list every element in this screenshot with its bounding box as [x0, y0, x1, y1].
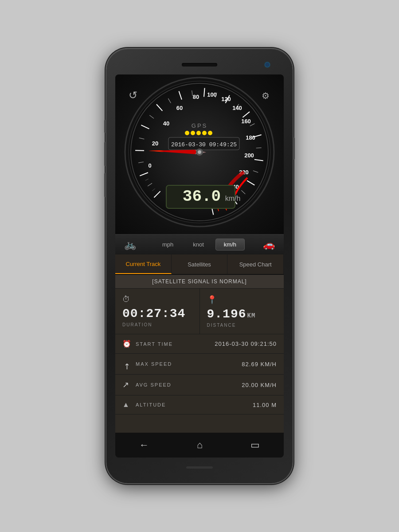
distance-stat: 📍 9.196KM DISTANCE — [200, 289, 284, 334]
duration-label: DURATION — [122, 322, 192, 327]
gps-label: GPS — [192, 122, 207, 129]
bike-icon: 🚲 — [124, 239, 136, 250]
phone-device: 0 20 40 60 80 100 120 140 160 180 200 22… — [106, 49, 293, 483]
svg-text:120: 120 — [221, 96, 231, 102]
volume-down-button[interactable] — [104, 173, 106, 197]
max-speed-icon: ↗ — [121, 356, 137, 372]
units-bar: 🚲 mph knot km/h 🚗 — [115, 234, 284, 254]
max-speed-row: ↗ MAX SPEED 82.69 KM/H — [115, 354, 284, 375]
distance-value: 9.196KM — [207, 307, 277, 321]
speed-unit-display: km/h — [225, 195, 241, 202]
phone-bottom-area — [186, 459, 213, 475]
settings-icon[interactable]: ⚙ — [262, 91, 270, 101]
phone-speaker — [182, 63, 217, 66]
tabs-bar: Current Track Satellites Speed Chart — [115, 254, 284, 275]
phone-screen: 0 20 40 60 80 100 120 140 160 180 200 22… — [115, 74, 284, 458]
altitude-value: 11.00 M — [253, 402, 277, 408]
duration-stat: ⏱ 00:27:34 DURATION — [115, 289, 200, 334]
home-button[interactable]: ⌂ — [197, 439, 203, 451]
svg-text:60: 60 — [176, 105, 183, 111]
svg-text:160: 160 — [241, 118, 251, 125]
svg-text:0: 0 — [148, 162, 151, 169]
altitude-icon: ▲ — [122, 401, 136, 409]
avg-speed-icon: ↗ — [122, 380, 136, 390]
max-speed-label: MAX SPEED — [136, 361, 242, 367]
svg-point-48 — [185, 131, 189, 135]
svg-point-52 — [208, 131, 212, 135]
distance-icon: 📍 — [207, 295, 277, 305]
volume-button-right[interactable] — [293, 137, 295, 160]
phone-camera — [265, 63, 270, 67]
home-indicator — [186, 466, 213, 469]
altitude-label: ALTITUDE — [136, 402, 253, 407]
start-time-row: ⏰ START TIME 2016-03-30 09:21:50 — [115, 334, 284, 354]
svg-line-5 — [135, 150, 144, 151]
svg-point-51 — [202, 131, 207, 135]
avg-speed-row: ↗ AVG SPEED 20.00 KM/H — [115, 375, 284, 395]
tab-satellites[interactable]: Satellites — [172, 254, 228, 274]
kmh-button[interactable]: km/h — [215, 239, 245, 250]
recent-apps-button[interactable]: ▭ — [250, 439, 260, 451]
stats-top-row: ⏱ 00:27:34 DURATION 📍 9.196KM DISTANCE — [115, 289, 284, 334]
satellite-status-banner: [SATELLITE SIGNAL IS NORMAL] — [115, 275, 284, 289]
start-time-icon: ⏰ — [122, 340, 136, 348]
tab-speed-chart[interactable]: Speed Chart — [227, 254, 284, 274]
knot-button[interactable]: knot — [185, 239, 212, 250]
distance-label: DISTANCE — [207, 323, 277, 328]
svg-text:200: 200 — [244, 152, 254, 159]
content-area: [SATELLITE SIGNAL IS NORMAL] ⏱ 00:27:34 … — [115, 275, 284, 433]
back-button[interactable]: ← — [139, 439, 149, 451]
duration-value: 00:27:34 — [122, 307, 192, 321]
mph-button[interactable]: mph — [154, 239, 181, 250]
refresh-icon[interactable]: ↺ — [129, 89, 137, 101]
car-icon: 🚗 — [263, 239, 275, 250]
altitude-row: ▲ ALTITUDE 11.00 M — [115, 395, 284, 415]
svg-text:180: 180 — [246, 134, 255, 141]
svg-text:20: 20 — [152, 140, 158, 147]
start-time-label: START TIME — [136, 341, 215, 347]
svg-text:40: 40 — [163, 120, 169, 127]
volume-up-button[interactable] — [104, 142, 106, 166]
power-button[interactable] — [104, 120, 106, 133]
avg-speed-label: AVG SPEED — [136, 382, 242, 387]
speedometer-section: 0 20 40 60 80 100 120 140 160 180 200 22… — [115, 74, 284, 234]
max-speed-value: 82.69 KM/H — [242, 361, 277, 368]
datetime-display: 2016-03-30 09:49:25 — [171, 141, 237, 148]
svg-text:80: 80 — [193, 94, 199, 100]
phone-top-area — [112, 57, 287, 73]
avg-speed-value: 20.00 KM/H — [242, 382, 277, 388]
duration-icon: ⏱ — [122, 295, 192, 304]
speed-display: 36.0 — [183, 188, 221, 206]
svg-point-49 — [191, 131, 195, 135]
svg-text:100: 100 — [207, 91, 217, 98]
bottom-nav: ← ⌂ ▭ — [115, 433, 284, 458]
tab-current-track[interactable]: Current Track — [115, 254, 172, 274]
svg-point-50 — [196, 131, 201, 135]
svg-text:140: 140 — [232, 105, 242, 111]
start-time-value: 2016-03-30 09:21:50 — [215, 340, 277, 347]
